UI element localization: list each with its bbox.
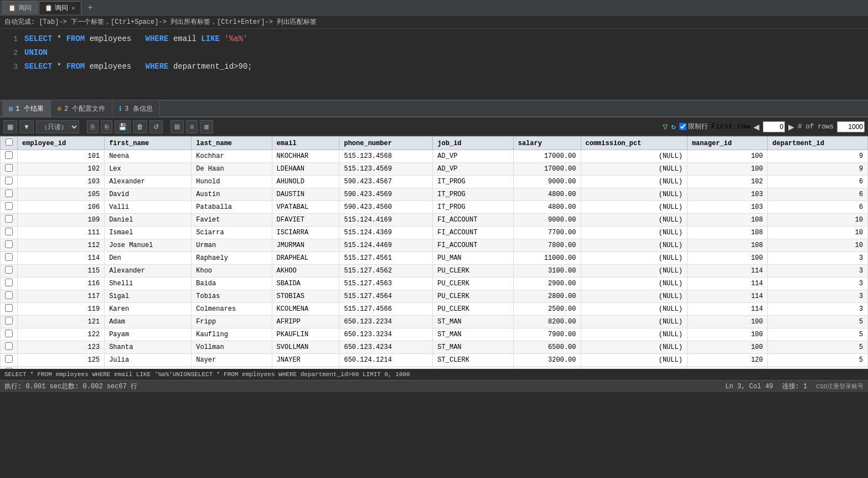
table-cell: 515.124.4469 (339, 239, 433, 252)
table-cell: 3 (768, 277, 868, 290)
table-cell: 650.123.3234 (339, 328, 433, 341)
row-checkbox[interactable] (5, 228, 13, 235)
col-manager-id[interactable]: manager_id (687, 137, 767, 150)
toolbar-btn-text[interactable]: ≣ (200, 120, 213, 133)
col-email[interactable]: email (272, 137, 339, 150)
hint-bar: 自动完成: [Tab]-> 下一个标签，[Ctrl+Space]-> 列出所有标… (0, 16, 868, 29)
row-checkbox[interactable] (5, 304, 13, 312)
table-row: 121AdamFrippAFRIPP650.123.2234ST_MAN8200… (1, 316, 868, 328)
tab-1-icon: 📋 (8, 4, 16, 12)
sql-editor[interactable]: 1 SELECT * FROM employees WHERE email LI… (0, 29, 868, 101)
table-cell: Jose Manuel (105, 239, 192, 252)
table-cell: Shelli (105, 277, 192, 290)
row-checkbox[interactable] (5, 177, 13, 184)
table-cell: 8200.00 (513, 316, 581, 328)
row-checkbox[interactable] (5, 279, 13, 286)
row-checkbox-cell (1, 354, 18, 367)
table-cell: FI_ACCOUNT (433, 214, 513, 227)
table-cell: 102 (18, 163, 105, 176)
table-row: 114DenRaphaelyDRAPHEAL515.127.4561PU_MAN… (1, 252, 868, 265)
tab-2-close[interactable]: ✕ (71, 4, 75, 12)
table-cell: 4800.00 (513, 188, 581, 201)
table-row: 115AlexanderKhooAKHOO515.127.4562PU_CLER… (1, 265, 868, 277)
table-cell: 117 (18, 290, 105, 303)
nav-next-button[interactable]: ▶ (788, 122, 794, 131)
row-checkbox[interactable] (5, 202, 13, 210)
col-phone-number[interactable]: phone_number (339, 137, 433, 150)
col-department-id[interactable]: department_id (768, 137, 868, 150)
toolbar-btn-paste[interactable]: ⎗ (101, 120, 112, 133)
select-all-checkbox[interactable] (6, 138, 13, 146)
sql-line-3: 3 SELECT * FROM employees WHERE departme… (0, 60, 868, 74)
row-checkbox[interactable] (5, 215, 13, 223)
table-cell: DRAPHEAL (272, 252, 339, 265)
table-cell: 101 (18, 150, 105, 163)
rows-count-input[interactable] (837, 121, 865, 132)
table-cell: 121 (18, 316, 105, 328)
col-commission-pct[interactable]: commission_pct (581, 137, 687, 150)
row-checkbox[interactable] (5, 151, 13, 159)
table-cell: Raphaely (192, 252, 272, 265)
limit-checkbox[interactable] (679, 123, 686, 130)
row-checkbox[interactable] (5, 164, 13, 172)
table-cell: 10 (768, 227, 868, 239)
row-checkbox[interactable] (5, 355, 13, 363)
refresh-icon[interactable]: ↻ (671, 122, 676, 131)
row-checkbox[interactable] (5, 253, 13, 261)
col-employee-id[interactable]: employee_id (18, 137, 105, 150)
watermark: CSD注册登录账号 (816, 382, 864, 390)
result-tab-3[interactable]: ℹ 3 条信息 (112, 100, 159, 117)
table-wrapper[interactable]: employee_id first_name last_name email p… (0, 136, 868, 369)
toolbar-btn-save[interactable]: 💾 (115, 120, 131, 133)
table-cell: Sigal (105, 290, 192, 303)
tab-1[interactable]: 📋 询问 (2, 1, 38, 14)
table-cell: (NULL) (581, 277, 687, 290)
table-cell: Den (105, 252, 192, 265)
toolbar-btn-refresh[interactable]: ↺ (149, 120, 163, 133)
filter-icon[interactable]: ▽ (663, 121, 668, 132)
col-last-name[interactable]: last_name (192, 137, 272, 150)
row-checkbox-cell (1, 188, 18, 201)
nav-prev-button[interactable]: ◀ (753, 122, 760, 131)
row-checkbox[interactable] (5, 266, 13, 274)
toolbar-btn-copy[interactable]: ⎘ (87, 120, 99, 133)
col-job-id[interactable]: job_id (433, 137, 513, 150)
table-cell: PU_CLERK (433, 277, 513, 290)
row-checkbox[interactable] (5, 240, 13, 248)
row-checkbox[interactable] (5, 317, 13, 325)
readonly-select[interactable]: （只读） (36, 120, 79, 133)
table-cell: 5 (768, 328, 868, 341)
table-cell: Alexander (105, 176, 192, 188)
rows-of-label: # of rows (798, 123, 834, 131)
table-cell: Ismael (105, 227, 192, 239)
table-cell: SVOLLMAN (272, 341, 339, 354)
tab-2[interactable]: 📋 询问 ✕ (39, 1, 81, 14)
row-checkbox[interactable] (5, 330, 13, 337)
position: Ln 3, Col 49 (725, 383, 773, 390)
row-checkbox[interactable] (5, 368, 13, 369)
toolbar-btn-form[interactable]: ≡ (186, 120, 198, 133)
toolbar-btn-table[interactable]: ⊞ (170, 120, 184, 133)
first-row-label: First row (711, 122, 750, 131)
toolbar: ▦ ▼ （只读） ⎘ ⎗ 💾 🗑 ↺ ⊞ ≡ ≣ ▽ ↻ 限制行 First r… (0, 117, 868, 136)
first-row-input[interactable] (763, 121, 785, 132)
toolbar-btn-grid[interactable]: ▦ (3, 120, 17, 133)
table-cell: 100 (687, 316, 767, 328)
row-checkbox[interactable] (5, 342, 13, 350)
row-checkbox[interactable] (5, 189, 13, 197)
table-cell: AKHOO (272, 265, 339, 277)
table-cell: 6 (768, 201, 868, 214)
table-cell: 100 (687, 341, 767, 354)
table-cell: 3 (768, 303, 868, 316)
result-tab-2[interactable]: ⚙ 2 个配置文件 (51, 100, 113, 117)
col-salary[interactable]: salary (513, 137, 581, 150)
toolbar-btn-down[interactable]: ▼ (19, 120, 34, 133)
table-cell: (NULL) (581, 239, 687, 252)
result-tab-1[interactable]: ▦ 1 个结果 (2, 100, 51, 117)
toolbar-btn-delete[interactable]: 🗑 (133, 120, 147, 133)
tab-add-button[interactable]: ＋ (82, 2, 98, 13)
table-cell: Kochhar (192, 150, 272, 163)
col-first-name[interactable]: first_name (105, 137, 192, 150)
table-cell: ST_CLERK (433, 354, 513, 367)
row-checkbox[interactable] (5, 291, 13, 299)
